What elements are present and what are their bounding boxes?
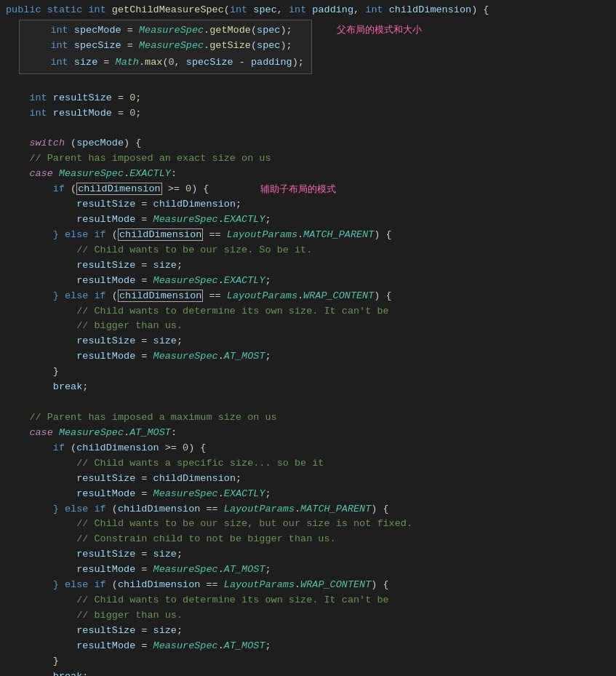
code-line-case2: case MeasureSpec.AT_MOST: [6,426,610,441]
code-line-1: public static int getChildMeasureSpec(in… [6,3,610,18]
code-line-elseif2: } else if (childDimension == LayoutParam… [6,289,610,304]
code-line-rm4: resultMode = MeasureSpec.EXACTLY; [6,487,610,502]
code-line-elseif3: } else if (childDimension == LayoutParam… [6,502,610,517]
code-line-comment4: // bigger than us. [6,319,610,334]
code-line-rm3: resultMode = MeasureSpec.AT_MOST; [6,349,610,365]
code-line-comment10: // bigger than us. [6,608,610,624]
code-line-close1: } [6,365,610,380]
code-line-comment8: // Constrain child to not be bigger than… [6,532,610,547]
annotation-region-2: if (childDimension >= 0) { 辅助子布局的模式 [6,182,610,197]
code-line-rm5: resultMode = MeasureSpec.AT_MOST; [6,562,610,578]
code-line-elseif1: } else if (childDimension == LayoutParam… [6,228,610,243]
code-line-comment6: // Child wants a specific size... so be … [6,456,610,472]
code-line-case1: case MeasureSpec.EXACTLY: [6,167,610,182]
code-line-comment9: // Child wants to determine its own size… [6,593,610,608]
code-line-rs2: resultSize = size; [6,258,610,274]
code-line-close2: } [6,654,610,669]
code-line-blank3 [6,395,610,410]
code-line-rs3: resultSize = size; [6,334,610,349]
code-line-comment5: // Parent has imposed a maximum size on … [6,410,610,426]
code-line-blank2 [6,121,610,136]
code-line-rs5: resultSize = size; [6,547,610,562]
code-line-r2: int resultMode = 0; [6,106,610,122]
code-line-r1: int resultSize = 0; [6,91,610,106]
code-line-rs6: resultSize = size; [6,624,610,639]
code-line-comment3: // Child wants to determine its own size… [6,304,610,319]
code-line-comment2: // Child wants to be our size. So be it. [6,243,610,258]
annotation-label-2: 辅助子布局的模式 [260,182,336,196]
code-line-comment1: // Parent has imposed an exact size on u… [6,151,610,167]
code-line-switch: switch (specMode) { [6,136,610,151]
annotation-label-1: 父布局的模式和大小 [337,23,422,37]
code-line-blank1 [6,76,610,91]
code-line-break1: break; [6,380,610,395]
code-line-rs1: resultSize = childDimension; [6,197,610,212]
code-line-rs4: resultSize = childDimension; [6,472,610,487]
code-viewer: public static int getChildMeasureSpec(in… [0,0,616,676]
code-line-elseif4: } else if (childDimension == LayoutParam… [6,578,610,593]
annotation-box-1: int specMode = MeasureSpec.getMode(spec)… [19,20,312,74]
annotation-region-1: int specMode = MeasureSpec.getMode(spec)… [6,18,610,76]
code-line-rm6: resultMode = MeasureSpec.AT_MOST; [6,639,610,654]
code-line-rm2: resultMode = MeasureSpec.EXACTLY; [6,274,610,289]
code-line-if2: if (childDimension >= 0) { [6,441,610,456]
code-line-rm1: resultMode = MeasureSpec.EXACTLY; [6,212,610,228]
code-line-comment7: // Child wants to be our size, but our s… [6,517,610,532]
code-line-break2: break; [6,669,610,676]
